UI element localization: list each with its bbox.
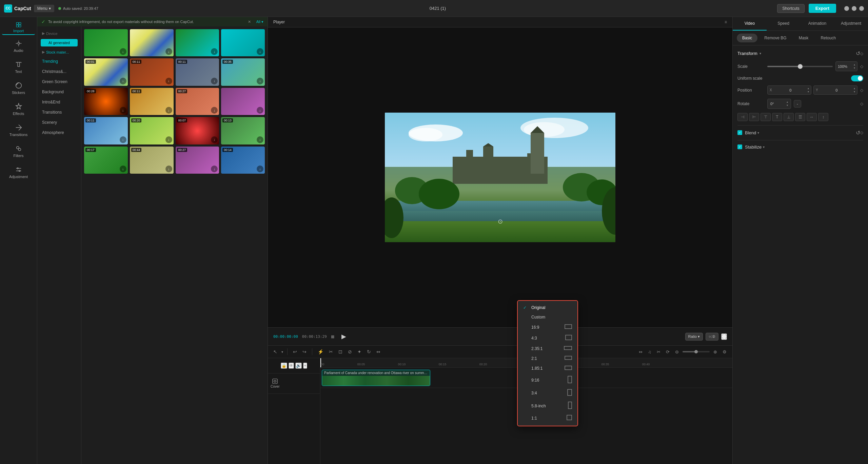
download-icon[interactable]: ↓ — [120, 136, 126, 143]
play-button[interactable]: ▶ — [338, 331, 349, 342]
tab-text[interactable]: Text — [2, 57, 35, 77]
download-icon[interactable]: ↓ — [165, 136, 172, 143]
media-item[interactable]: 00:20 ↓ — [130, 117, 174, 144]
tl-redo[interactable]: ↪ — [301, 348, 308, 356]
tab-adjustment[interactable]: Adjustment — [834, 17, 868, 31]
close-button[interactable] — [859, 6, 864, 11]
ai-generated-btn[interactable]: AI generated — [41, 39, 78, 46]
media-item[interactable]: 00:11 ↓ — [176, 58, 219, 85]
player-menu-icon[interactable]: ≡ — [725, 20, 727, 24]
tab-stickers[interactable]: Stickers — [2, 78, 35, 98]
media-item[interactable]: 00:11 ↓ — [84, 117, 128, 144]
ratio-option-original[interactable]: ✓ Original — [518, 303, 577, 312]
download-icon[interactable]: ↓ — [211, 136, 218, 143]
ratio-option-9-16[interactable]: 9:16 — [518, 373, 577, 387]
minimize-button[interactable] — [844, 6, 849, 11]
transform-reset[interactable]: ↺ — [856, 50, 860, 57]
tl-zoom-plus[interactable]: ⊕ — [712, 348, 719, 355]
media-item[interactable]: ↓ — [176, 29, 219, 56]
media-item[interactable]: 00:11 ↓ — [130, 58, 174, 85]
position-diamond[interactable]: ◇ — [860, 88, 863, 93]
tl-flip[interactable]: ⇔ — [375, 348, 382, 356]
ratio-option-5-8-inch[interactable]: 5.8-inch — [518, 399, 577, 412]
download-icon[interactable]: ↓ — [165, 48, 172, 55]
media-item[interactable]: 00:27 ↓ — [176, 147, 219, 174]
subtab-mask[interactable]: Mask — [793, 34, 814, 42]
download-icon[interactable]: ↓ — [257, 166, 263, 172]
tl-crop[interactable]: ⊡ — [337, 348, 344, 356]
download-icon[interactable]: ↓ — [211, 78, 218, 84]
nav-transitions[interactable]: Transitions — [37, 107, 81, 117]
align-top[interactable]: T — [772, 113, 782, 121]
export-button[interactable]: Export — [809, 4, 836, 13]
ratio-option-2-1[interactable]: 2:1 — [518, 353, 577, 363]
tab-speed[interactable]: Speed — [767, 17, 801, 31]
nav-atmosphere[interactable]: Atmosphere — [37, 128, 81, 138]
transform-header[interactable]: Transform ▾ — [737, 51, 856, 56]
blend-reset[interactable]: ↺ — [856, 130, 860, 136]
maximize-button[interactable] — [852, 6, 856, 11]
tl-loop[interactable]: ⟳ — [664, 348, 671, 355]
download-icon[interactable]: ↓ — [257, 48, 263, 55]
download-icon[interactable]: ↓ — [165, 107, 172, 114]
download-icon[interactable]: ↓ — [165, 78, 172, 84]
media-item[interactable]: 00:11 ↓ — [130, 88, 174, 115]
canvas-size-button[interactable]: ○:② — [706, 333, 718, 341]
tl-audio-track[interactable]: ♫ — [646, 348, 653, 355]
download-icon[interactable]: ↓ — [211, 166, 218, 172]
subtab-basic[interactable]: Basic — [737, 34, 757, 42]
align-right[interactable]: ⊤ — [761, 113, 771, 121]
tab-animation[interactable]: Animation — [801, 17, 834, 31]
scale-stepper[interactable]: ▴ ▾ — [854, 63, 855, 70]
download-icon[interactable]: ↓ — [257, 78, 263, 84]
align-bottom[interactable]: ☰ — [795, 113, 805, 121]
tl-auto-enhance[interactable]: ✦ — [356, 348, 363, 356]
tab-filters[interactable]: Filters — [2, 141, 35, 161]
media-item[interactable]: 00:28 ↓ — [84, 88, 128, 115]
tl-zoom-minus[interactable]: ⊖ — [673, 348, 680, 355]
download-icon[interactable]: ↓ — [120, 107, 126, 114]
tl-select-tool[interactable]: ↖ — [272, 348, 279, 356]
filter-all[interactable]: All ▾ — [256, 20, 263, 24]
download-icon[interactable]: ↓ — [120, 48, 126, 55]
download-icon[interactable]: ↓ — [257, 107, 263, 114]
media-item[interactable]: ↓ — [221, 29, 265, 56]
nav-background[interactable]: Background — [37, 87, 81, 97]
download-icon[interactable]: ↓ — [120, 166, 126, 172]
uniform-scale-toggle[interactable] — [851, 75, 863, 81]
ratio-option-2-35-1[interactable]: 2.35:1 — [518, 344, 577, 353]
rotate-input[interactable]: 0° ▴ ▾ — [767, 99, 791, 109]
download-icon[interactable]: ↓ — [165, 166, 172, 172]
align-center-h[interactable]: ⊢ — [749, 113, 759, 121]
blend-diamond[interactable]: ◇ — [860, 130, 863, 135]
scale-diamond[interactable]: ◇ — [860, 64, 863, 69]
media-item[interactable]: 00:44 ↓ — [130, 147, 174, 174]
tab-import[interactable]: Import — [2, 20, 35, 35]
ratio-button[interactable]: Ratio ▾ — [685, 333, 703, 341]
blend-checkbox[interactable]: ✓ — [737, 130, 742, 135]
ratio-option-1-85-1[interactable]: 1.85:1 — [518, 363, 577, 373]
media-item[interactable]: 00:07 ↓ — [176, 117, 219, 144]
scale-slider[interactable] — [767, 66, 833, 67]
media-item[interactable]: 00:13 ↓ — [221, 117, 265, 144]
tab-adjustment[interactable]: Adjustment — [2, 162, 35, 182]
download-icon[interactable]: ↓ — [211, 107, 218, 114]
align-spread-v[interactable]: ↕ — [818, 113, 828, 121]
media-item[interactable]: 00:14 ↓ — [221, 147, 265, 174]
align-left[interactable]: ⊣ — [737, 113, 748, 121]
media-item[interactable]: ↓ — [130, 29, 174, 56]
tl-zoom-fit[interactable]: ⇔ — [637, 348, 644, 355]
align-spread-h[interactable]: ↔ — [807, 113, 817, 121]
nav-scenery[interactable]: Scenery — [37, 117, 81, 128]
fullscreen-button[interactable]: ⛶ — [721, 333, 727, 340]
y-stepper[interactable]: ▴ ▾ — [854, 87, 855, 93]
flip-minus-button[interactable]: - — [794, 100, 801, 108]
ratio-option-4-3[interactable]: 4:3 — [518, 332, 577, 344]
media-item[interactable]: 00:35 ↓ — [221, 58, 265, 85]
tl-settings[interactable]: ⚙ — [721, 348, 728, 355]
download-icon[interactable]: ↓ — [211, 48, 218, 55]
media-item[interactable]: 00:27 ↓ — [176, 88, 219, 115]
tab-transitions[interactable]: Transitions — [2, 120, 35, 140]
track-lock-icon[interactable]: 🔒 — [281, 363, 287, 369]
y-input[interactable]: Y 0 ▴ ▾ — [813, 85, 857, 95]
